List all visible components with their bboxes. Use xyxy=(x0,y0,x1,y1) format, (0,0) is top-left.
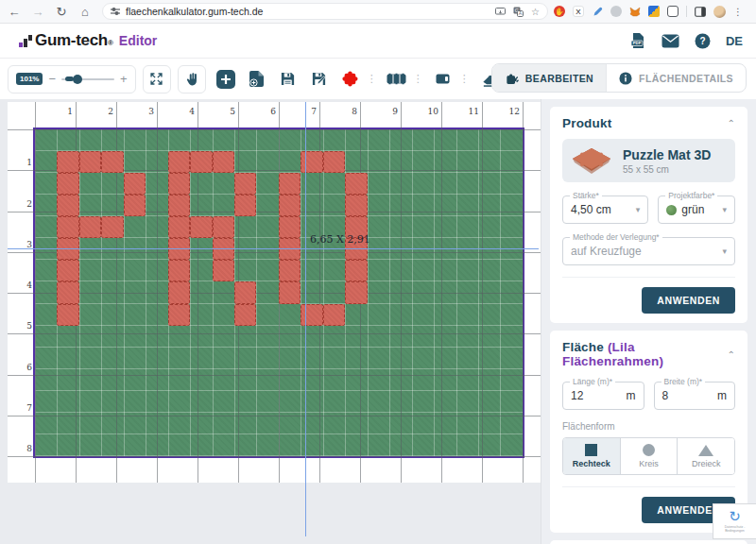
zoom-out-button[interactable]: − xyxy=(48,72,56,86)
red-tile[interactable] xyxy=(234,304,256,326)
outline-extension-icon[interactable] xyxy=(667,6,679,17)
editor-canvas[interactable]: 12345678910111212345678 6,65 X 2,91 xyxy=(0,99,541,544)
zoom-slider[interactable] xyxy=(61,78,114,80)
red-tile[interactable] xyxy=(323,304,345,326)
shape-dreieck[interactable]: Dreieck xyxy=(677,438,734,474)
bookmark-star-icon[interactable]: ☆ xyxy=(531,7,540,17)
gum-tech-logo[interactable]: Gum-tech® Editor xyxy=(19,31,157,50)
save-button[interactable] xyxy=(277,65,300,94)
red-tile[interactable] xyxy=(79,216,101,238)
row-tool-button[interactable] xyxy=(386,65,408,94)
address-bar[interactable]: flaechenkalkulator.gum-tech.de GA ☆ xyxy=(102,3,548,20)
red-tile[interactable] xyxy=(124,195,146,216)
add-button[interactable] xyxy=(215,65,237,94)
tile-tool-active[interactable] xyxy=(339,65,362,94)
adblock-extension-icon[interactable]: ✋ xyxy=(554,6,565,17)
red-tile[interactable] xyxy=(57,151,78,173)
red-tile[interactable] xyxy=(345,173,367,195)
forward-icon[interactable]: → xyxy=(28,3,47,20)
back-icon[interactable]: ← xyxy=(5,3,24,20)
red-tile[interactable] xyxy=(234,281,256,303)
home-icon[interactable]: ⌂ xyxy=(76,3,94,20)
red-tile[interactable] xyxy=(345,195,367,216)
red-tile[interactable] xyxy=(234,195,256,216)
shape-kreis[interactable]: Kreis xyxy=(620,438,678,474)
chevron-up-icon[interactable]: ⌃ xyxy=(728,349,735,360)
browser-profile-avatar[interactable] xyxy=(713,6,726,18)
red-tile[interactable] xyxy=(279,195,301,216)
pan-tool-button[interactable] xyxy=(178,65,206,94)
image-extension-icon[interactable] xyxy=(648,6,660,17)
fit-screen-button[interactable] xyxy=(143,65,171,94)
red-tile[interactable] xyxy=(190,151,212,173)
gray-extension-icon[interactable] xyxy=(610,6,622,17)
block-tool-menu-icon[interactable]: ⋮ xyxy=(459,73,470,85)
x-extension-icon[interactable]: X xyxy=(573,6,584,17)
red-tile[interactable] xyxy=(279,173,301,195)
red-tile[interactable] xyxy=(213,151,234,173)
mail-icon[interactable] xyxy=(662,34,679,48)
product-banner[interactable]: Puzzle Mat 3D 55 x 55 cm xyxy=(562,139,735,182)
tab-flaechendetails[interactable]: FLÄCHENDETAILS xyxy=(606,64,746,92)
send-to-device-icon[interactable] xyxy=(495,8,506,16)
zoom-slider-knob[interactable] xyxy=(73,75,82,84)
red-tile[interactable] xyxy=(57,216,78,238)
pdf-export-icon[interactable]: PDF xyxy=(629,32,646,49)
red-tile[interactable] xyxy=(57,195,78,216)
red-tile[interactable] xyxy=(57,281,78,303)
red-tile[interactable] xyxy=(57,173,78,195)
site-settings-icon[interactable] xyxy=(111,7,120,16)
red-tile[interactable] xyxy=(168,281,190,303)
produkt-anwenden-button[interactable]: ANWENDEN xyxy=(642,287,735,314)
staerke-select[interactable]: Stärke* 4,50 cm ▾ xyxy=(562,196,648,224)
new-file-button[interactable] xyxy=(246,65,268,94)
red-tile[interactable] xyxy=(323,151,345,173)
zoom-in-button[interactable]: + xyxy=(120,72,128,86)
red-tile[interactable] xyxy=(279,216,301,238)
flaeche-card-header[interactable]: Fläche (Lila Flächenrahmen) ⌃ xyxy=(562,340,735,368)
red-tile[interactable] xyxy=(168,195,190,216)
laenge-input[interactable]: Länge (m)* 12 m xyxy=(562,382,644,410)
block-tool-button[interactable] xyxy=(432,65,455,94)
red-tile[interactable] xyxy=(57,304,78,326)
red-tile[interactable] xyxy=(301,151,322,173)
red-tile[interactable] xyxy=(345,260,367,281)
red-tile[interactable] xyxy=(234,173,256,195)
red-tile[interactable] xyxy=(168,260,190,281)
language-selector[interactable]: DE xyxy=(726,34,743,48)
row-tool-menu-icon[interactable]: ⋮ xyxy=(413,73,423,85)
red-tile[interactable] xyxy=(213,216,234,238)
save-as-button[interactable] xyxy=(308,65,331,94)
red-tile[interactable] xyxy=(279,260,301,281)
red-tile[interactable] xyxy=(168,304,190,326)
red-tile[interactable] xyxy=(124,173,146,195)
tile-tool-menu-icon[interactable]: ⋮ xyxy=(367,73,377,85)
produkt-card-header[interactable]: Produkt ⌃ xyxy=(562,116,735,130)
chevron-up-icon[interactable]: ⌃ xyxy=(728,118,735,128)
recaptcha-badge[interactable]: ↻ Datenschutz -Bedingungen xyxy=(713,503,756,539)
translate-icon[interactable]: GA xyxy=(513,7,524,17)
red-tile[interactable] xyxy=(168,151,190,173)
metamask-extension-icon[interactable] xyxy=(629,6,641,17)
shape-rechteck[interactable]: Rechteck xyxy=(563,438,620,474)
red-tile[interactable] xyxy=(57,260,78,281)
red-tile[interactable] xyxy=(190,216,212,238)
red-tile[interactable] xyxy=(301,304,322,326)
breite-input[interactable]: Breite (m)* 8 m xyxy=(654,382,736,410)
projektfarbe-select[interactable]: Projektfarbe* grün ▾ xyxy=(658,196,735,224)
verlegung-select[interactable]: Methode der Verlegung* auf Kreuzfuge ▾ xyxy=(562,237,735,265)
red-tile[interactable] xyxy=(101,151,123,173)
reload-icon[interactable]: ↻ xyxy=(52,3,71,20)
side-panel-icon[interactable] xyxy=(695,6,706,17)
red-tile[interactable] xyxy=(213,260,234,281)
red-tile[interactable] xyxy=(345,281,367,303)
tab-bearbeiten[interactable]: BEARBEITEN xyxy=(492,64,606,92)
browser-menu-icon[interactable]: ⋮ xyxy=(733,7,743,17)
red-tile[interactable] xyxy=(279,281,301,303)
red-tile[interactable] xyxy=(168,173,190,195)
help-icon[interactable]: ? xyxy=(695,33,711,49)
red-tile[interactable] xyxy=(101,216,123,238)
pen-extension-icon[interactable] xyxy=(592,6,603,17)
red-tile[interactable] xyxy=(168,216,190,238)
red-tile[interactable] xyxy=(79,151,101,173)
